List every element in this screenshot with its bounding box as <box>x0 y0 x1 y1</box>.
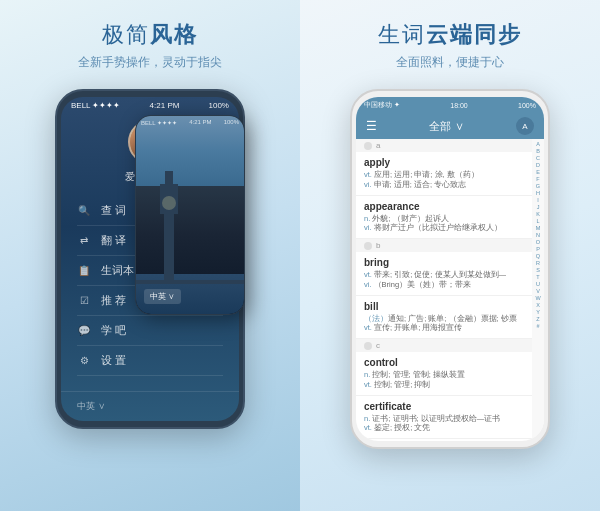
mini-time: 4:21 PM <box>189 119 211 126</box>
time-right: 18:00 <box>450 102 468 109</box>
alpha-Y[interactable]: Y <box>536 309 540 315</box>
menu-label-translate: 翻 译 <box>101 233 126 248</box>
def-apply-1: vt. 应用; 运用; 申请; 涂, 敷（药） <box>364 170 524 180</box>
menu-label-settings: 设 置 <box>101 353 126 368</box>
alpha-M[interactable]: M <box>536 225 541 231</box>
bigben-clockface <box>162 196 176 210</box>
community-icon: 💬 <box>77 324 91 338</box>
nav-title[interactable]: 全部 ∨ <box>429 119 463 134</box>
right-headline-light: 生词 <box>378 22 426 47</box>
alpha-H[interactable]: H <box>536 190 540 196</box>
word-entry-bring[interactable]: bring vt. 带来; 引致; 促使; 使某人到某处做到— vi. （Bri… <box>356 252 532 296</box>
language-bar[interactable]: 中英 ∨ <box>61 391 239 421</box>
alpha-C[interactable]: C <box>536 155 540 161</box>
def-appearance-1: n. 外貌; （财产）起诉人 <box>364 214 524 224</box>
section-c: c <box>356 339 532 352</box>
bigben-base <box>164 204 174 284</box>
right-panel: 生词云端同步 全面照料，便捷于心 中国移动 ✦ 18:00 100% ☰ 全部 … <box>300 0 600 511</box>
battery-left: 100% <box>209 101 229 110</box>
alpha-D[interactable]: D <box>536 162 540 168</box>
word-appearance: appearance <box>364 201 524 212</box>
phone-right-mockup: 中国移动 ✦ 18:00 100% ☰ 全部 ∨ A a apply vt. <box>350 89 550 449</box>
def-bring-1: vt. 带来; 引致; 促使; 使某人到某处做到— <box>364 270 524 280</box>
alpha-Z[interactable]: Z <box>536 316 539 322</box>
word-apply: apply <box>364 157 524 168</box>
def-bill-1: （法）通知; 广告; 账单; （金融）票据; 钞票 <box>364 314 524 324</box>
time-left: 4:21 PM <box>150 101 180 110</box>
phone-right-screen: 中国移动 ✦ 18:00 100% ☰ 全部 ∨ A a apply vt. <box>356 97 544 441</box>
mini-status: BELL ✦✦✦✦ 4:21 PM 100% <box>136 116 244 129</box>
alpha-J[interactable]: J <box>537 204 540 210</box>
def-bring-2: vi. （Bring）美（姓）带；带来 <box>364 280 524 290</box>
alpha-I[interactable]: I <box>537 197 539 203</box>
def-certificate-1: n. 证书; 证明书; 以证明式授权给—证书 <box>364 414 524 424</box>
left-panel: 极简风格 全新手势操作，灵动于指尖 BELL ✦✦✦✦ 4:21 PM 100%… <box>0 0 300 511</box>
word-list: a apply vt. 应用; 运用; 申请; 涂, 敷（药） vi. 申请; … <box>356 139 532 441</box>
search-icon: 🔍 <box>77 204 91 218</box>
recommend-icon: ☑ <box>77 294 91 308</box>
left-subline: 全新手势操作，灵动于指尖 <box>78 54 222 71</box>
menu-label-wordbook: 生词本 <box>101 263 134 278</box>
menu-label-search: 查 词 <box>101 203 126 218</box>
left-headline-light: 极简 <box>102 22 150 47</box>
alpha-R[interactable]: R <box>536 260 540 266</box>
def-control-2: vt. 控制; 管理; 抑制 <box>364 380 524 390</box>
section-b: b <box>356 239 532 252</box>
lang-selector-text: 中英 ∨ <box>150 292 175 301</box>
alpha-P[interactable]: P <box>536 246 540 252</box>
left-headline: 极简风格 <box>102 22 198 47</box>
word-entry-certificate[interactable]: certificate n. 证书; 证明书; 以证明式授权给—证书 vt. 鉴… <box>356 396 532 440</box>
menu-item-community[interactable]: 💬 学 吧 <box>77 316 223 346</box>
alpha-B[interactable]: B <box>536 148 540 154</box>
alpha-G[interactable]: G <box>536 183 540 189</box>
word-bill: bill <box>364 301 524 312</box>
def-bill-2: vt. 宣传; 开账单; 用海报宣传 <box>364 323 524 333</box>
hamburger-icon[interactable]: ☰ <box>366 119 377 133</box>
def-appearance-2: vi. 将财产迁户（比拟迁户给继承权人） <box>364 223 524 233</box>
alpha-T[interactable]: T <box>536 274 539 280</box>
section-a: a <box>356 139 532 152</box>
mini-battery: 100% <box>224 119 239 126</box>
word-bring: bring <box>364 257 524 268</box>
menu-label-community: 学 吧 <box>101 323 126 338</box>
word-certificate: certificate <box>364 401 524 412</box>
def-apply-2: vi. 申请; 适用; 适合; 专心致志 <box>364 180 524 190</box>
alpha-X[interactable]: X <box>536 302 540 308</box>
word-entry-bill[interactable]: bill （法）通知; 广告; 账单; （金融）票据; 钞票 vt. 宣传; 开… <box>356 296 532 340</box>
alpha-L[interactable]: L <box>536 218 539 224</box>
phone-mini-screen: BELL ✦✦✦✦ 4:21 PM 100% 中英 ∨ <box>136 116 244 314</box>
phone-mini-mockup: BELL ✦✦✦✦ 4:21 PM 100% 中英 ∨ <box>135 115 245 315</box>
settings-icon: ⚙ <box>77 354 91 368</box>
status-bar-left: BELL ✦✦✦✦ 4:21 PM 100% <box>61 97 239 112</box>
alpha-U[interactable]: U <box>536 281 540 287</box>
right-subline: 全面照料，便捷于心 <box>396 54 504 71</box>
alpha-F[interactable]: F <box>536 176 539 182</box>
bridge <box>136 280 244 284</box>
alpha-V[interactable]: V <box>536 288 540 294</box>
alpha-Q[interactable]: Q <box>536 253 540 259</box>
lang-selector: 中英 ∨ <box>77 401 105 411</box>
alpha-N[interactable]: N <box>536 232 540 238</box>
word-control: control <box>364 357 524 368</box>
nav-avatar[interactable]: A <box>516 117 534 135</box>
word-entry-apply[interactable]: apply vt. 应用; 运用; 申请; 涂, 敷（药） vi. 申请; 适用… <box>356 152 532 196</box>
battery-right: 100% <box>518 102 536 109</box>
alpha-S[interactable]: S <box>536 267 540 273</box>
menu-label-recommend: 推 荐 <box>101 293 126 308</box>
alpha-O[interactable]: O <box>536 239 540 245</box>
alpha-W[interactable]: W <box>535 295 540 301</box>
bigben-spire <box>165 171 173 186</box>
word-entry-control[interactable]: control n. 控制; 管理; 管制; 操纵装置 vt. 控制; 管理; … <box>356 352 532 396</box>
alpha-A[interactable]: A <box>536 141 540 147</box>
translate-icon: ⇄ <box>77 234 91 248</box>
right-headline-bold: 云端同步 <box>426 22 522 47</box>
menu-item-settings[interactable]: ⚙ 设 置 <box>77 346 223 376</box>
alpha-E[interactable]: E <box>536 169 540 175</box>
def-control-1: n. 控制; 管理; 管制; 操纵装置 <box>364 370 524 380</box>
word-list-container: a apply vt. 应用; 运用; 申请; 涂, 敷（药） vi. 申请; … <box>356 139 544 441</box>
alpha-K[interactable]: K <box>536 211 540 217</box>
word-entry-appearance[interactable]: appearance n. 外貌; （财产）起诉人 vi. 将财产迁户（比拟迁户… <box>356 196 532 240</box>
alpha-hash[interactable]: # <box>536 323 539 329</box>
lang-selector-overlay[interactable]: 中英 ∨ <box>144 289 181 304</box>
mini-carrier: BELL ✦✦✦✦ <box>141 119 177 126</box>
